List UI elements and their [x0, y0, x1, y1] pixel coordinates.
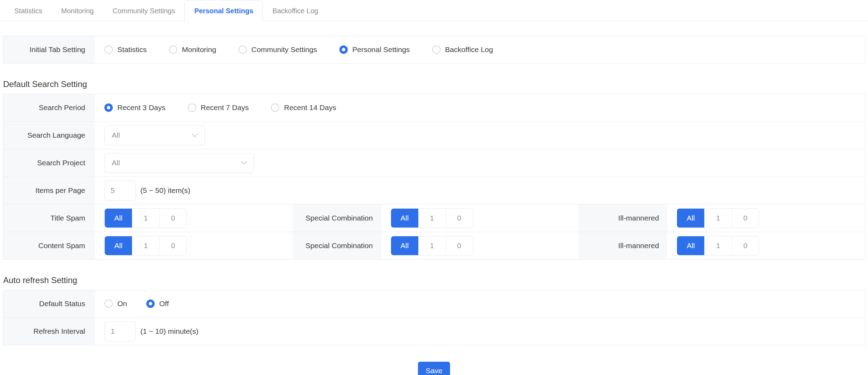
save-button[interactable]: Save	[418, 362, 450, 375]
title-special-combination-0-button[interactable]: 0	[446, 209, 473, 228]
search-period-label: Search Period	[3, 94, 95, 121]
search-language-select[interactable]: All	[104, 125, 205, 145]
title-special-combination-1-button[interactable]: 1	[418, 209, 446, 228]
title-spam-label: Title Spam	[3, 204, 95, 232]
radio-initial-backoffice-log[interactable]: Backoffice Log	[432, 45, 493, 54]
personal-settings-panel: Initial Tab Setting Statistics Monitorin…	[3, 36, 865, 375]
content-special-combination-label: Special Combination	[293, 232, 381, 259]
title-ill-mannered-label: Ill-mannered	[579, 204, 667, 232]
title-ill-mannered-0-button[interactable]: 0	[731, 209, 759, 228]
content-special-combination-toggle: All 1 0	[391, 236, 473, 255]
content-ill-mannered-all-button[interactable]: All	[677, 236, 704, 255]
refresh-interval-label: Refresh Interval	[3, 318, 95, 345]
search-language-value: All	[112, 131, 120, 139]
refresh-interval-hint: (1 ~ 10) minute(s)	[140, 327, 198, 336]
radio-status-on[interactable]: On	[104, 300, 127, 308]
radio-circle-icon	[104, 300, 113, 308]
search-project-value: All	[112, 159, 120, 167]
content-special-combination-1-button[interactable]: 1	[418, 236, 446, 255]
auto-refresh-setting-title: Auto refresh Setting	[3, 275, 865, 285]
chevron-down-icon	[192, 134, 198, 137]
content-spam-0-button[interactable]: 0	[159, 236, 186, 255]
radio-initial-community-settings[interactable]: Community Settings	[238, 45, 317, 54]
content-spam-1-button[interactable]: 1	[132, 236, 159, 255]
radio-initial-monitoring[interactable]: Monitoring	[169, 45, 216, 54]
tab-community-settings[interactable]: Community Settings	[103, 0, 184, 21]
row-items-per-page: Items per Page (5 ~ 50) item(s)	[3, 177, 865, 204]
radio-circle-icon	[169, 45, 177, 54]
radio-circle-icon	[238, 45, 247, 54]
radio-circle-icon	[271, 103, 279, 112]
search-project-select[interactable]: All	[104, 153, 254, 173]
items-per-page-hint: (5 ~ 50) item(s)	[140, 186, 190, 195]
initial-tab-setting-options: Statistics Monitoring Community Settings…	[95, 36, 865, 63]
radio-status-off[interactable]: Off	[146, 300, 169, 308]
title-special-combination-label: Special Combination	[293, 204, 381, 232]
items-per-page-label: Items per Page	[3, 177, 95, 204]
row-refresh-interval: Refresh Interval (1 ~ 10) minute(s)	[3, 318, 865, 345]
radio-circle-icon	[432, 45, 441, 54]
content-ill-mannered-0-button[interactable]: 0	[731, 236, 759, 255]
title-ill-mannered-toggle: All 1 0	[677, 208, 759, 228]
chevron-down-icon	[241, 161, 247, 165]
tab-personal-settings[interactable]: Personal Settings	[184, 0, 263, 21]
initial-tab-setting-label: Initial Tab Setting	[3, 36, 95, 63]
radio-circle-icon	[188, 103, 196, 112]
title-ill-mannered-all-button[interactable]: All	[677, 209, 704, 228]
content-spam-label: Content Spam	[3, 232, 95, 259]
items-per-page-input[interactable]	[104, 181, 136, 201]
radio-checked-icon	[104, 103, 113, 112]
tab-monitoring[interactable]: Monitoring	[52, 0, 103, 21]
radio-recent-14-days[interactable]: Recent 14 Days	[271, 103, 336, 112]
title-spam-all-button[interactable]: All	[105, 209, 132, 228]
radio-circle-icon	[104, 45, 113, 54]
title-ill-mannered-1-button[interactable]: 1	[704, 209, 731, 228]
radio-recent-7-days[interactable]: Recent 7 Days	[188, 103, 249, 112]
save-row: Save	[3, 362, 865, 375]
title-special-combination-all-button[interactable]: All	[391, 209, 418, 228]
content-special-combination-0-button[interactable]: 0	[446, 236, 473, 255]
row-initial-tab-setting: Initial Tab Setting Statistics Monitorin…	[3, 36, 865, 63]
tab-backoffice-log[interactable]: Backoffice Log	[263, 0, 328, 21]
row-search-period: Search Period Recent 3 Days Recent 7 Day…	[3, 94, 865, 122]
content-spam-toggle: All 1 0	[104, 236, 187, 255]
tab-bar: Statistics Monitoring Community Settings…	[0, 0, 868, 21]
content-ill-mannered-toggle: All 1 0	[677, 236, 759, 255]
title-spam-toggle: All 1 0	[104, 208, 187, 228]
radio-initial-statistics[interactable]: Statistics	[104, 45, 147, 54]
row-search-project: Search Project All	[3, 149, 865, 177]
radio-checked-icon	[146, 300, 155, 308]
default-status-label: Default Status	[3, 290, 95, 317]
auto-refresh-setting-table: Default Status On Off Refresh Interval (…	[3, 290, 865, 345]
content-spam-all-button[interactable]: All	[105, 236, 132, 255]
radio-recent-3-days[interactable]: Recent 3 Days	[104, 103, 165, 112]
default-search-setting-table: Search Period Recent 3 Days Recent 7 Day…	[3, 94, 865, 260]
radio-checked-icon	[339, 45, 348, 54]
default-search-setting-title: Default Search Setting	[3, 79, 865, 89]
title-spam-1-button[interactable]: 1	[132, 209, 159, 228]
row-content-spam: Content Spam All 1 0 Special Combination…	[3, 232, 865, 259]
row-search-language: Search Language All	[3, 122, 865, 149]
content-special-combination-all-button[interactable]: All	[391, 236, 418, 255]
row-title-spam: Title Spam All 1 0 Special Combination A…	[3, 204, 865, 232]
content-ill-mannered-label: Ill-mannered	[579, 232, 667, 259]
radio-initial-personal-settings[interactable]: Personal Settings	[339, 45, 410, 54]
initial-tab-setting-table: Initial Tab Setting Statistics Monitorin…	[3, 36, 865, 64]
search-project-label: Search Project	[3, 149, 95, 176]
search-language-label: Search Language	[3, 122, 95, 149]
tab-statistics[interactable]: Statistics	[5, 0, 52, 21]
row-default-status: Default Status On Off	[3, 290, 865, 318]
title-spam-0-button[interactable]: 0	[159, 209, 186, 228]
content-ill-mannered-1-button[interactable]: 1	[704, 236, 731, 255]
title-special-combination-toggle: All 1 0	[391, 208, 473, 228]
refresh-interval-input[interactable]	[104, 322, 136, 341]
